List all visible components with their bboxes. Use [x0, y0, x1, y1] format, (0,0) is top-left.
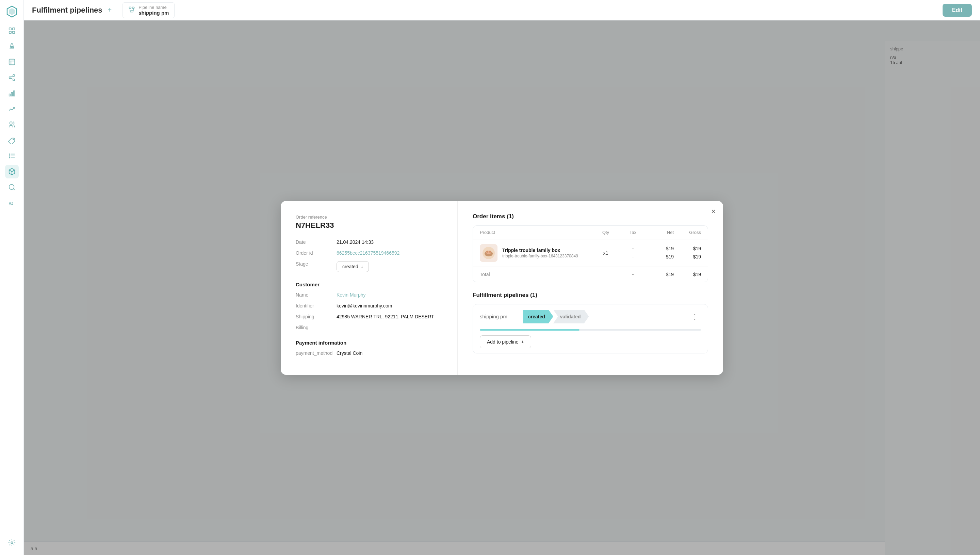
- product-image: [480, 244, 497, 262]
- tag-nav[interactable]: [5, 133, 19, 147]
- svg-line-13: [11, 78, 13, 79]
- chart-nav[interactable]: [5, 87, 19, 100]
- dashboard-nav[interactable]: [5, 24, 19, 37]
- product-net: $19 $19: [646, 245, 674, 261]
- order-items-heading: Order items (1): [473, 213, 708, 220]
- product-name: Tripple trouble family box: [502, 247, 578, 253]
- col-tax: Tax: [619, 230, 646, 235]
- modal-right-panel: Order items (1) Product Qty Tax Net Gros…: [458, 201, 723, 375]
- svg-point-39: [486, 250, 488, 253]
- identifier-value: kevin@kevinnmurphy.com: [337, 303, 392, 308]
- customer-name-row: Name Kevin Murphy: [296, 292, 442, 298]
- app-logo[interactable]: [6, 5, 18, 18]
- stage-badge-text: created: [342, 264, 358, 269]
- modal-close-button[interactable]: ×: [711, 207, 716, 216]
- shipping-value: 42985 WARNER TRL, 92211, PALM DESERT: [337, 314, 434, 319]
- svg-point-10: [13, 75, 14, 77]
- payment-method-row: payment_method Crystal Coin: [296, 350, 442, 356]
- pipeline-progress-bar: [480, 329, 701, 330]
- list-nav[interactable]: [5, 149, 19, 163]
- order-id-value: 66255becc216375519466592: [337, 250, 400, 256]
- col-qty: Qty: [592, 230, 619, 235]
- stage-row: Stage created ↓: [296, 261, 442, 272]
- settings-nav[interactable]: [5, 536, 19, 550]
- payment-section-title: Payment information: [296, 340, 442, 346]
- payment-method-label: payment_method: [296, 350, 337, 356]
- pipeline-stage-created[interactable]: created: [523, 310, 553, 324]
- page-title: Fulfilment pipelines: [32, 6, 102, 14]
- svg-rect-15: [9, 94, 10, 96]
- order-detail-modal: × Order reference N7HELR33 Date 21.04.20…: [281, 201, 723, 375]
- rocket-nav[interactable]: [5, 40, 19, 53]
- add-to-pipeline-label: Add to pipeline: [487, 339, 519, 345]
- box-nav[interactable]: [5, 165, 19, 178]
- add-pipeline-button[interactable]: +: [108, 6, 112, 14]
- pipeline-label: Pipeline name: [139, 5, 169, 10]
- stage-dropdown-arrow: ↓: [361, 264, 363, 269]
- analytics-nav[interactable]: [5, 102, 19, 116]
- search2-nav[interactable]: [5, 180, 19, 194]
- customer-name-link[interactable]: Kevin Murphy: [337, 292, 366, 298]
- svg-point-11: [9, 77, 11, 79]
- order-id-row: Order id 66255becc216375519466592: [296, 250, 442, 256]
- svg-rect-2: [9, 28, 11, 30]
- svg-line-14: [11, 76, 13, 77]
- identifier-row: Identifier kevin@kevinnmurphy.com: [296, 303, 442, 308]
- order-id-link[interactable]: 66255becc216375519466592: [337, 250, 400, 256]
- edit-button[interactable]: Edit: [943, 4, 972, 17]
- svg-rect-32: [133, 7, 134, 8]
- order-ref-value: N7HELR33: [296, 221, 442, 230]
- topbar: Fulfilment pipelines + Pipeline name shi…: [24, 0, 980, 21]
- payment-method-value: Crystal Coin: [337, 350, 362, 356]
- pipeline-tab[interactable]: Pipeline name shipping pm: [123, 2, 174, 18]
- order-id-label: Order id: [296, 250, 337, 256]
- modal-overlay: × Order reference N7HELR33 Date 21.04.20…: [24, 21, 980, 555]
- svg-point-23: [9, 154, 10, 155]
- pipeline-stage-validated[interactable]: validated: [553, 310, 589, 324]
- modal-left-panel: Order reference N7HELR33 Date 21.04.2024…: [281, 201, 458, 375]
- pipeline-more-button[interactable]: ⋮: [689, 311, 701, 322]
- pipeline-section: shipping pm created validated ⋮ Add to p…: [473, 304, 708, 353]
- people-nav[interactable]: [5, 118, 19, 132]
- svg-point-40: [489, 250, 491, 253]
- shipping-row: Shipping 42985 WARNER TRL, 92211, PALM D…: [296, 314, 442, 319]
- customer-name-label: Name: [296, 292, 337, 298]
- customer-section-title: Customer: [296, 282, 442, 287]
- date-label: Date: [296, 239, 337, 245]
- sidebar: AZ: [0, 0, 24, 555]
- product-cell: Tripple trouble family box tripple-troub…: [480, 244, 592, 262]
- svg-point-24: [9, 156, 10, 156]
- svg-point-27: [9, 184, 14, 190]
- layout-nav[interactable]: [5, 55, 19, 69]
- svg-rect-31: [129, 7, 131, 8]
- pipeline-tab-info: Pipeline name shipping pm: [139, 5, 169, 16]
- svg-point-19: [13, 139, 14, 140]
- date-value: 21.04.2024 14:33: [337, 239, 374, 245]
- svg-point-6: [11, 46, 13, 48]
- customer-name-value: Kevin Murphy: [337, 292, 366, 298]
- pipeline-tab-icon: [128, 6, 135, 14]
- billing-row: Billing: [296, 325, 442, 330]
- svg-rect-16: [11, 92, 13, 96]
- pipeline-name: shipping pm: [139, 10, 169, 16]
- svg-point-25: [9, 158, 10, 158]
- shipping-label: Shipping: [296, 314, 337, 319]
- stage-badge-button[interactable]: created ↓: [337, 261, 369, 272]
- svg-line-28: [13, 189, 14, 190]
- table-header: Product Qty Tax Net Gross: [473, 226, 708, 239]
- svg-rect-7: [9, 59, 14, 65]
- col-product: Product: [480, 230, 592, 235]
- stage-label: Stage: [296, 261, 337, 266]
- total-qty: [592, 272, 619, 277]
- stage-value: created ↓: [337, 261, 369, 272]
- add-to-pipeline-button[interactable]: Add to pipeline +: [480, 335, 531, 348]
- share-nav[interactable]: [5, 71, 19, 85]
- identifier-label: Identifier: [296, 303, 337, 308]
- product-info: Tripple trouble family box tripple-troub…: [502, 247, 578, 258]
- date-row: Date 21.04.2024 14:33: [296, 239, 442, 245]
- az-nav[interactable]: AZ: [5, 196, 19, 210]
- svg-point-30: [11, 542, 13, 544]
- svg-text:AZ: AZ: [8, 202, 13, 205]
- pipeline-row: shipping pm created validated ⋮: [473, 305, 708, 329]
- pipeline-row-name: shipping pm: [480, 314, 517, 319]
